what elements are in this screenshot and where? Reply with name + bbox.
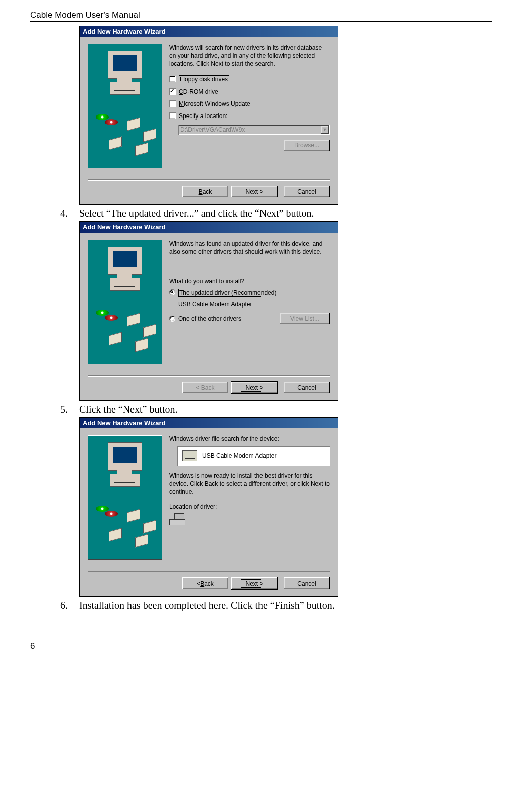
wizard-graphic xyxy=(88,44,162,168)
cancel-button[interactable]: Cancel xyxy=(284,186,330,197)
checkbox-specify-location[interactable] xyxy=(169,112,176,119)
next-button[interactable]: Next > xyxy=(231,577,278,589)
wizard-description: Windows has found an updated driver for … xyxy=(169,240,330,256)
label-floppy[interactable]: Floppy disk drives xyxy=(179,75,229,83)
view-list-button: View List... xyxy=(280,313,330,324)
checkbox-windows-update[interactable] xyxy=(169,100,176,107)
checkbox-floppy[interactable] xyxy=(169,76,176,82)
doc-header: Cable Modem User's Manual xyxy=(30,10,492,20)
step-6: 6. Installation has been completed here.… xyxy=(60,600,492,611)
label-cdrom[interactable]: CD-ROM drive xyxy=(179,88,218,95)
wizard-search-locations: Add New Hardware Wizard Windows will sea… xyxy=(79,26,338,205)
back-button[interactable]: < Back xyxy=(182,577,228,589)
step-5: 5. Click the “Next” button. xyxy=(60,404,492,415)
next-button[interactable]: Next > xyxy=(231,382,278,393)
drive-icon xyxy=(182,450,197,461)
next-button[interactable]: Next > xyxy=(231,186,278,197)
label-specify-location[interactable]: Specify a location: xyxy=(179,112,227,120)
search-result-label: Windows driver file search for the devic… xyxy=(169,435,330,442)
location-path-input: D:\Driver\VGACard\W9x ▼ xyxy=(178,125,330,135)
cancel-button[interactable]: Cancel xyxy=(284,382,330,393)
wizard-titlebar: Add New Hardware Wizard xyxy=(80,222,338,233)
checkbox-cdrom[interactable] xyxy=(169,88,176,95)
header-rule xyxy=(30,21,492,22)
wizard-graphic xyxy=(88,240,162,364)
dropdown-arrow-icon: ▼ xyxy=(321,126,329,134)
question-label: What do you want to install? xyxy=(169,278,330,285)
device-found-box: USB Cable Modem Adapter xyxy=(177,446,330,466)
device-name: USB Cable Modem Adapter xyxy=(178,301,330,308)
label-other-drivers[interactable]: One of the other drivers xyxy=(178,315,241,322)
wizard-titlebar: Add New Hardware Wizard xyxy=(80,418,338,428)
wizard-description: Windows will search for new drivers in i… xyxy=(169,44,330,68)
label-windows-update[interactable]: Microsoft Windows Update xyxy=(179,100,250,107)
cancel-button[interactable]: Cancel xyxy=(284,577,330,589)
wizard-graphic xyxy=(88,435,162,560)
device-name: USB Cable Modem Adapter xyxy=(202,452,276,459)
wizard-ready-install: Add New Hardware Wizard Windows driver f… xyxy=(79,417,338,597)
label-updated-driver[interactable]: The updated driver (Recommended) xyxy=(178,289,277,297)
page-number: 6 xyxy=(30,641,492,651)
step-4: 4. Select “The updated driver...” and cl… xyxy=(60,208,492,219)
browse-button: Browse... xyxy=(284,140,330,151)
radio-updated-driver[interactable] xyxy=(169,289,175,295)
ready-description: Windows is now ready to install the best… xyxy=(169,472,330,496)
back-button: < Back xyxy=(182,382,228,393)
wizard-found-driver: Add New Hardware Wizard Windows has foun… xyxy=(79,221,338,401)
back-button[interactable]: Back xyxy=(182,186,228,197)
computer-icon xyxy=(169,513,184,524)
wizard-titlebar: Add New Hardware Wizard xyxy=(80,26,338,37)
radio-other-drivers[interactable] xyxy=(169,316,175,322)
location-label: Location of driver: xyxy=(169,503,330,510)
